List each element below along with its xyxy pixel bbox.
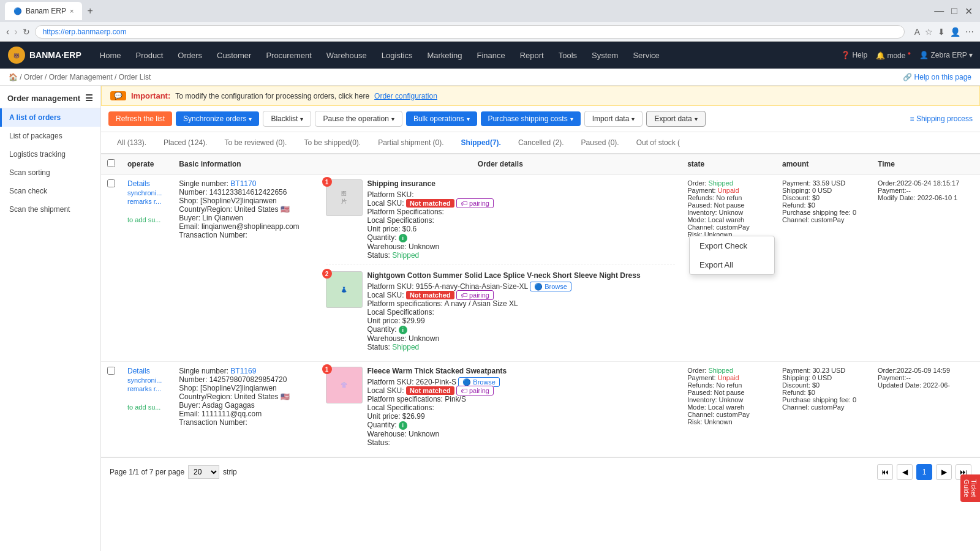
address-input[interactable] (35, 25, 905, 39)
refresh-browser-icon[interactable]: ↻ (23, 27, 30, 37)
download-icon[interactable]: ⬇ (938, 27, 945, 37)
sidebar-item-orders[interactable]: A list of orders (0, 108, 100, 127)
nav-zebraerp[interactable]: 👤 Zebra ERP ▾ (919, 51, 973, 59)
bulk-operations-button[interactable]: Bulk operations ▾ (406, 111, 477, 126)
nav-product[interactable]: Product (128, 42, 170, 69)
row2-sync-link[interactable]: synchroni... (127, 377, 167, 384)
nav-mode[interactable]: 🔔 mode ● (876, 50, 911, 60)
row2-order-num[interactable]: BT1169 (230, 367, 256, 375)
row1-amount: Payment: 33.59 USD Shipping: 0 USD Disco… (776, 174, 872, 362)
back-icon[interactable]: ‹ (6, 26, 9, 37)
shipping-process-link[interactable]: ≡ Shipping process (910, 114, 973, 123)
row2-product1-qty-badge[interactable]: i (399, 421, 407, 430)
row2-checkbox[interactable] (107, 367, 115, 375)
nav-right: ❓ Help 🔔 mode ● 👤 Zebra ERP ▾ (841, 50, 973, 60)
tab-partial-shipment[interactable]: Partial shipment (0). (369, 132, 452, 154)
sync-orders-button[interactable]: Synchronize orders ▾ (176, 111, 259, 126)
pause-operation-button[interactable]: Pause the operation ▾ (315, 111, 402, 127)
nav-procurement[interactable]: Procurement (258, 42, 318, 69)
ticket-guide[interactable]: TicketGuide (960, 474, 980, 502)
tab-out-of-stock[interactable]: Out of stock ( (628, 132, 688, 154)
row1-product2-warehouse: Warehouse: Unknown (368, 334, 676, 343)
browser-tab[interactable]: 🔵 Banam ERP × (5, 2, 82, 20)
row1-action-list: Details synchroni... remarks r... to add… (127, 179, 167, 223)
nav-marketing[interactable]: Marketing (420, 42, 469, 69)
sidebar-item-scan-check[interactable]: Scan check (0, 182, 100, 200)
purchase-label: Purchase shipping costs (488, 114, 568, 123)
per-page-select[interactable]: 20 50 100 (188, 465, 219, 479)
row1-sync-link[interactable]: synchroni... (127, 189, 167, 197)
row1-checkbox[interactable] (107, 179, 115, 187)
nav-customer[interactable]: Customer (209, 42, 258, 69)
forward-icon[interactable]: › (14, 26, 17, 37)
tab-to-be-shipped[interactable]: To be shipped(0). (295, 132, 369, 154)
row2-add-link[interactable]: to add su... (127, 403, 167, 411)
import-caret-icon: ▾ (631, 116, 635, 122)
sidebar-item-scan-shipment[interactable]: Scan the shipment (0, 200, 100, 219)
row1-product2-img-wrap: 2 👗 (326, 271, 363, 351)
header-amount: amount (776, 154, 872, 174)
translate-icon[interactable]: A (914, 27, 920, 37)
nav-service[interactable]: Service (625, 42, 666, 69)
sidebar-menu-icon[interactable]: ☰ (85, 93, 93, 103)
maximize-icon[interactable]: □ (949, 4, 960, 18)
row1-product1-pairing[interactable]: 🏷 pairing (456, 198, 494, 208)
nav-report[interactable]: Report (513, 42, 551, 69)
import-data-button[interactable]: Import data ▾ (584, 111, 643, 127)
row1-product2-browse[interactable]: 🔵 Browse (530, 282, 571, 291)
next-page-button[interactable]: ▶ (936, 464, 952, 480)
row1-details-link[interactable]: Details (127, 179, 167, 188)
refresh-list-button[interactable]: Refresh the list (108, 111, 172, 126)
tab-shipped[interactable]: Shipped(7). (453, 132, 510, 154)
row1-remarks-link[interactable]: remarks r... (127, 198, 167, 205)
row1-product2-pairing[interactable]: 🏷 pairing (456, 290, 494, 300)
breadcrumb-home[interactable]: 🏠 (9, 73, 18, 81)
nav-logistics[interactable]: Logistics (374, 42, 420, 69)
page-1-button[interactable]: 1 (916, 464, 932, 480)
tab-to-be-reviewed[interactable]: To be reviewed (0). (216, 132, 295, 154)
bookmark-icon[interactable]: ☆ (925, 27, 933, 37)
row1-product1-qty-badge[interactable]: i (399, 234, 407, 242)
row1-product2-qty-badge[interactable]: i (399, 326, 407, 334)
nav-help[interactable]: ❓ Help (841, 51, 867, 59)
nav-home[interactable]: Home (92, 42, 129, 69)
export-data-button[interactable]: Export data ▾ (646, 111, 705, 127)
close-window-icon[interactable]: ✕ (962, 4, 975, 18)
tab-paused[interactable]: Paused (0). (573, 132, 628, 154)
prev-page-button[interactable]: ◀ (897, 464, 913, 480)
blacklist-button[interactable]: Blacklist ▾ (263, 111, 311, 127)
profile-icon[interactable]: 👤 (950, 27, 960, 37)
row2-product1-pairing[interactable]: 🏷 pairing (456, 386, 494, 395)
nav-finance[interactable]: Finance (469, 42, 512, 69)
settings-icon[interactable]: ⋯ (965, 27, 974, 37)
first-page-button[interactable]: ⏮ (877, 464, 893, 480)
sidebar-item-scan-shipment-label: Scan the shipment (9, 205, 70, 214)
nav-warehouse[interactable]: Warehouse (319, 42, 374, 69)
tab-cancelled[interactable]: Cancelled (2). (510, 132, 573, 154)
tab-add-button[interactable]: + (87, 6, 92, 17)
notice-link[interactable]: Order configuration (374, 92, 437, 100)
sidebar-item-packages[interactable]: List of packages (0, 127, 100, 145)
help-link[interactable]: 🔗 Help on this page (903, 73, 971, 81)
minimize-icon[interactable]: — (932, 4, 946, 18)
nav-orders[interactable]: Orders (170, 42, 209, 69)
row2-order-status: Shipped (708, 367, 733, 374)
row1-order-num[interactable]: BT1170 (230, 179, 256, 188)
tab-placed[interactable]: Placed (124). (155, 132, 216, 154)
nav-tools[interactable]: Tools (551, 42, 584, 69)
tab-close-icon[interactable]: × (70, 7, 74, 15)
export-check-item[interactable]: Export Check (690, 236, 774, 255)
browser-controls: — □ ✕ (932, 4, 975, 18)
sidebar-item-scan-sorting[interactable]: Scan sorting (0, 163, 100, 182)
layout: Order management ☰ A list of orders List… (0, 86, 980, 551)
row2-details-link[interactable]: Details (127, 367, 167, 375)
nav-system[interactable]: System (584, 42, 625, 69)
row2-remarks-link[interactable]: remarks r... (127, 385, 167, 392)
tab-all[interactable]: All (133). (108, 132, 155, 154)
purchase-shipping-button[interactable]: Purchase shipping costs ▾ (481, 111, 581, 126)
select-all-checkbox[interactable] (107, 159, 115, 167)
main-content: 💬 Important: To modify the configuration… (101, 86, 980, 551)
sidebar-item-logistics[interactable]: Logistics tracking (0, 145, 100, 163)
row1-add-link[interactable]: to add su... (127, 216, 167, 223)
export-all-item[interactable]: Export All (690, 255, 774, 274)
